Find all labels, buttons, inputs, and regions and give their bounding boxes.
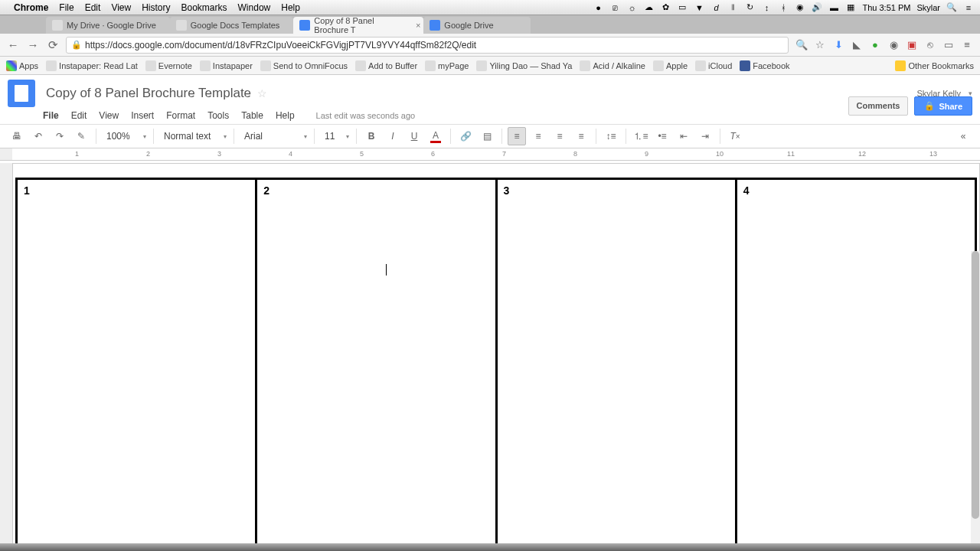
menu-view[interactable]: View — [99, 110, 119, 121]
ext-icon[interactable]: ◉ — [887, 38, 900, 52]
share-button[interactable]: 🔒Share — [914, 96, 972, 116]
star-icon[interactable]: ☆ — [813, 38, 827, 52]
chrome-menu-icon[interactable]: ≡ — [960, 38, 974, 52]
menu-edit[interactable]: Edit — [71, 110, 87, 121]
menu-file[interactable]: File — [59, 2, 74, 13]
align-justify-button[interactable]: ≡ — [572, 127, 590, 145]
bookmark-item[interactable]: Apple — [653, 60, 688, 71]
browser-tab[interactable]: Google Docs Templates — [170, 17, 294, 34]
status-icon[interactable]: ☼ — [626, 2, 637, 13]
menu-window[interactable]: Window — [238, 2, 271, 13]
numbered-list-button[interactable]: ⒈≡ — [632, 127, 650, 145]
browser-tab[interactable]: Google Drive — [423, 17, 531, 34]
address-input[interactable]: 🔒 https://docs.google.com/document/d/18v… — [66, 37, 789, 54]
bookmark-item[interactable]: Yiling Dao — Shad Ya — [476, 60, 572, 71]
comment-button[interactable]: ▤ — [478, 127, 496, 145]
paint-format-button[interactable]: ✎ — [72, 127, 90, 145]
status-icon[interactable]: d — [710, 2, 721, 13]
volume-icon[interactable]: 🔊 — [812, 2, 822, 13]
browser-tab-active[interactable]: Copy of 8 Panel Brochure T × — [293, 17, 423, 34]
browser-tab[interactable]: My Drive · Google Drive — [46, 17, 170, 34]
status-icon[interactable]: ☁ — [643, 2, 654, 13]
status-icon[interactable]: ● — [593, 2, 603, 13]
menu-file[interactable]: File — [43, 110, 59, 121]
app-name[interactable]: Chrome — [14, 2, 48, 13]
align-center-button[interactable]: ≡ — [529, 127, 547, 145]
clock[interactable]: Thu 3:51 PM — [862, 3, 910, 12]
bookmark-item[interactable]: Acid / Alkaline — [580, 60, 645, 71]
bookmark-item[interactable]: Facebook — [740, 60, 789, 71]
menu-insert[interactable]: Insert — [131, 110, 154, 121]
decrease-indent-button[interactable]: ⇤ — [675, 127, 693, 145]
user-menu[interactable]: Skylar — [916, 3, 940, 12]
redo-button[interactable]: ↷ — [51, 127, 69, 145]
scrollbar-thumb[interactable] — [972, 251, 979, 519]
forward-button[interactable]: → — [26, 38, 40, 52]
ext-icon[interactable]: ⎋ — [923, 38, 937, 52]
menu-format[interactable]: Format — [166, 110, 195, 121]
menu-help[interactable]: Help — [276, 110, 295, 121]
style-select[interactable]: Normal text — [159, 127, 228, 145]
status-icon[interactable]: ⦀ — [727, 2, 738, 13]
document-area[interactable]: 1 2 3 4 — [0, 163, 980, 543]
other-bookmarks[interactable]: Other Bookmarks — [895, 60, 974, 71]
page[interactable]: 1 2 3 4 — [12, 163, 980, 543]
spotlight-icon[interactable]: 🔍 — [946, 2, 957, 13]
bulleted-list-button[interactable]: •≡ — [653, 127, 671, 145]
menu-view[interactable]: View — [111, 2, 131, 13]
menu-history[interactable]: History — [142, 2, 170, 13]
menu-table[interactable]: Table — [241, 110, 263, 121]
bookmark-item[interactable]: Instapaper — [200, 60, 253, 71]
doc-title[interactable]: Copy of 8 Panel Brochure Template — [46, 86, 251, 101]
reload-button[interactable]: ⟳ — [46, 38, 60, 52]
bookmark-item[interactable]: Add to Buffer — [355, 60, 417, 71]
font-select[interactable]: Arial — [240, 127, 309, 145]
align-right-button[interactable]: ≡ — [550, 127, 569, 145]
expand-toolbar-button[interactable]: « — [954, 127, 972, 145]
panel-cell[interactable]: 1 — [18, 180, 257, 543]
italic-button[interactable]: I — [384, 127, 402, 145]
bookmark-item[interactable]: Evernote — [145, 60, 192, 71]
bookmark-item[interactable]: iCloud — [695, 60, 732, 71]
status-icon[interactable]: ✿ — [660, 2, 671, 13]
clear-formatting-button[interactable]: T× — [726, 127, 744, 145]
zoom-select[interactable]: 100% — [102, 127, 148, 145]
bluetooth-icon[interactable]: ᚼ — [778, 2, 789, 13]
menu-tools[interactable]: Tools — [207, 110, 229, 121]
zoom-icon[interactable]: 🔍 — [795, 38, 808, 52]
undo-button[interactable]: ↶ — [29, 127, 47, 145]
comments-button[interactable]: Comments — [848, 96, 909, 116]
ext-icon[interactable]: ● — [868, 38, 882, 52]
status-icon[interactable]: ⎚ — [609, 2, 620, 13]
close-tab-icon[interactable]: × — [416, 21, 420, 30]
menu-bookmarks[interactable]: Bookmarks — [181, 2, 227, 13]
fontsize-select[interactable]: 11 — [320, 127, 351, 145]
notifications-icon[interactable]: ≡ — [963, 2, 974, 13]
ruler[interactable]: 1 2 3 4 5 6 7 8 9 10 11 12 13 — [0, 148, 980, 161]
status-icon[interactable]: ▭ — [677, 2, 688, 13]
menu-help[interactable]: Help — [281, 2, 300, 13]
underline-button[interactable]: U — [405, 127, 423, 145]
flag-icon[interactable]: ▦ — [845, 2, 856, 13]
wifi-icon[interactable]: ◉ — [795, 2, 805, 13]
brochure-table[interactable]: 1 2 3 4 — [15, 178, 977, 543]
print-button[interactable]: 🖶 — [8, 127, 26, 145]
ext-icon[interactable]: ▣ — [905, 38, 919, 52]
menu-edit[interactable]: Edit — [85, 2, 101, 13]
panel-cell[interactable]: 4 — [737, 180, 975, 543]
ext-icon[interactable]: ◣ — [850, 38, 864, 52]
download-icon[interactable]: ⬇ — [831, 38, 845, 52]
panel-cell[interactable]: 3 — [498, 180, 737, 543]
star-icon[interactable]: ☆ — [257, 87, 267, 99]
apps-button[interactable]: Apps — [6, 60, 38, 71]
line-spacing-button[interactable]: ↕≡ — [602, 127, 620, 145]
increase-indent-button[interactable]: ⇥ — [696, 127, 714, 145]
vertical-scrollbar[interactable] — [971, 251, 980, 543]
status-icon[interactable]: ↕ — [761, 2, 772, 13]
align-left-button[interactable]: ≡ — [508, 127, 526, 145]
link-button[interactable]: 🔗 — [456, 127, 475, 145]
status-icon[interactable]: ↻ — [744, 2, 755, 13]
battery-icon[interactable]: ▬ — [828, 2, 839, 13]
bookmark-item[interactable]: Send to OmniFocus — [260, 60, 348, 71]
bookmark-item[interactable]: myPage — [425, 60, 469, 71]
